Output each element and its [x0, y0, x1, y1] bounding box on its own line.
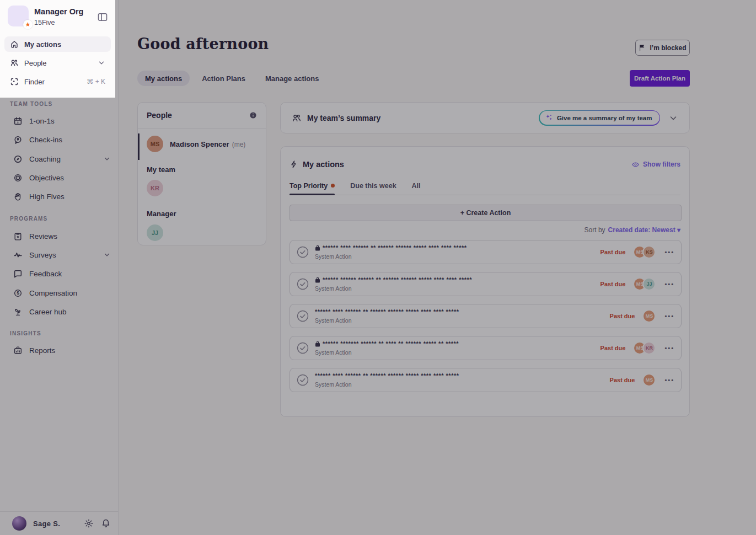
bell-icon[interactable] — [101, 518, 111, 528]
ai-summary-button[interactable]: Give me a summary of my team — [539, 110, 660, 126]
sidebar-item-label: Reports — [29, 346, 111, 355]
action-row[interactable]: ****** ******* ****** ** **** ** ****** … — [289, 336, 682, 360]
sidebar-item-label: My actions — [24, 40, 105, 49]
check-circle-icon[interactable] — [297, 374, 309, 386]
status-badge: Past due — [600, 281, 626, 287]
check-circle-icon[interactable] — [297, 342, 309, 354]
chevron-down-icon — [98, 59, 105, 67]
clipboard-star-icon — [13, 232, 23, 241]
user-name[interactable]: Sage S. — [33, 520, 84, 528]
people-icon — [10, 58, 19, 67]
tab-my-actions[interactable]: My actions — [137, 71, 190, 86]
create-action-button[interactable]: + Create Action — [289, 205, 682, 221]
finder-icon — [10, 77, 19, 86]
sidebar-item-my-actions[interactable]: My actions — [4, 36, 111, 52]
avatar: MS — [642, 309, 656, 323]
sidebar-item-check-ins[interactable]: Check-ins — [0, 130, 119, 149]
action-rows: ****** **** ****** ** ****** ****** ****… — [289, 240, 680, 392]
org-name: Manager Org — [34, 7, 83, 16]
sidebar-item-label: Objectives — [29, 174, 111, 182]
sidebar: ★ Manager Org 15Five My actions People F… — [0, 0, 119, 535]
row-menu-button[interactable]: ••• — [664, 281, 674, 287]
avatar: JJ — [642, 277, 656, 291]
draft-action-plan-button[interactable]: Draft Action Plan — [630, 70, 690, 87]
check-circle-icon[interactable] — [297, 246, 309, 258]
action-title: ****** ******* ****** ** **** ** ****** … — [323, 340, 459, 347]
action-row[interactable]: ****** **** ****** ** ****** ****** ****… — [289, 304, 682, 328]
user-avatar[interactable] — [12, 516, 26, 531]
people-panel-title: People — [147, 111, 249, 120]
org-product-label: 15Five — [34, 19, 55, 26]
sidebar-item-label: High Fives — [29, 192, 111, 201]
show-filters-button[interactable]: Show filters — [631, 160, 680, 169]
chevron-down-icon[interactable] — [668, 113, 678, 123]
sidebar-item-objectives[interactable]: Objectives — [0, 168, 119, 187]
speech-bubble-icon — [13, 269, 23, 279]
check-circle-icon[interactable] — [297, 310, 309, 322]
tab-top-priority[interactable]: Top Priority — [289, 179, 335, 195]
sidebar-item-reviews[interactable]: Reviews — [0, 227, 119, 245]
row-menu-button[interactable]: ••• — [664, 345, 674, 351]
action-subtitle: System Action — [315, 381, 610, 388]
sidebar-item-career-hub[interactable]: Career hub — [0, 302, 119, 321]
tab-all[interactable]: All — [412, 179, 421, 195]
sidebar-item-finder[interactable]: Finder ⌘ + K — [4, 74, 111, 89]
sidebar-item-compensation[interactable]: $ Compensation — [0, 283, 119, 302]
tab-manage-actions[interactable]: Manage actions — [258, 71, 327, 86]
row-menu-button[interactable]: ••• — [664, 313, 674, 319]
person-name: Madison Spencer(me) — [170, 140, 245, 148]
sidebar-item-people[interactable]: People — [4, 55, 111, 71]
target-icon — [13, 173, 23, 183]
person-row-me[interactable]: MS Madison Spencer(me) — [138, 132, 266, 161]
sidebar-item-feedback[interactable]: Feedback — [0, 264, 119, 283]
status-badge: Past due — [600, 249, 626, 255]
sidebar-item-label: Check-ins — [29, 136, 111, 144]
action-row[interactable]: ****** ****** ****** ** ****** ****** **… — [289, 272, 682, 296]
sidebar-item-reports[interactable]: Reports — [0, 341, 119, 360]
status-badge: Past due — [610, 313, 635, 319]
show-filters-label: Show filters — [643, 160, 680, 168]
row-menu-button[interactable]: ••• — [664, 377, 674, 383]
action-row[interactable]: ****** **** ****** ** ****** ****** ****… — [289, 240, 682, 264]
manager-label: Manager — [147, 210, 176, 218]
my-actions-card: My actions Show filters Top Priority Due… — [280, 146, 690, 417]
person-row-team-member[interactable]: KR — [147, 180, 163, 196]
im-blocked-label: I’m blocked — [650, 44, 686, 52]
calendar-icon — [13, 116, 23, 126]
sidebar-item-label: Surveys — [29, 251, 103, 259]
avatar: JJ — [147, 224, 163, 241]
sidebar-item-label: Finder — [24, 78, 87, 86]
action-row[interactable]: ****** **** ****** ** ****** ****** ****… — [289, 368, 682, 392]
sidebar-item-high-fives[interactable]: High Fives — [0, 187, 119, 206]
check-circle-icon[interactable] — [297, 278, 309, 290]
action-title: ****** **** ****** ** ****** ****** ****… — [323, 244, 467, 251]
tab-due-this-week[interactable]: Due this week — [350, 179, 396, 195]
team-summary-card: My team’s summary Give me a summary of m… — [280, 102, 690, 133]
ai-summary-label: Give me a summary of my team — [557, 115, 652, 121]
dollar-circle-icon: $ — [13, 288, 23, 298]
tab-action-plans[interactable]: Action Plans — [194, 71, 253, 86]
people-group-icon — [292, 113, 302, 123]
sidebar-item-coaching[interactable]: Coaching — [0, 149, 119, 168]
row-menu-button[interactable]: ••• — [664, 249, 674, 255]
info-icon[interactable] — [249, 111, 257, 119]
my-actions-title: My actions — [303, 160, 631, 169]
sort-dropdown[interactable]: Created date: Newest ▾ — [608, 226, 680, 234]
chevron-down-icon — [103, 155, 111, 163]
status-badge: Past due — [600, 345, 626, 351]
sidebar-collapse-icon[interactable] — [97, 12, 108, 23]
im-blocked-button[interactable]: I’m blocked — [635, 40, 690, 56]
priority-dot — [331, 184, 335, 188]
check-ins-icon — [13, 135, 23, 145]
org-switcher[interactable]: ★ Manager Org 15Five — [8, 6, 112, 30]
sidebar-item-surveys[interactable]: Surveys — [0, 245, 119, 264]
actions-filter-tabs: Top Priority Due this week All — [289, 179, 680, 195]
person-row-manager[interactable]: JJ — [147, 224, 163, 241]
svg-text:$: $ — [17, 290, 19, 296]
home-icon — [10, 40, 19, 49]
sidebar-item-1-on-1s[interactable]: 1-on-1s — [0, 111, 119, 130]
gear-icon[interactable] — [84, 518, 94, 528]
sidebar-item-label: Reviews — [29, 232, 111, 240]
action-subtitle: System Action — [315, 317, 610, 324]
sprout-icon — [13, 307, 23, 317]
